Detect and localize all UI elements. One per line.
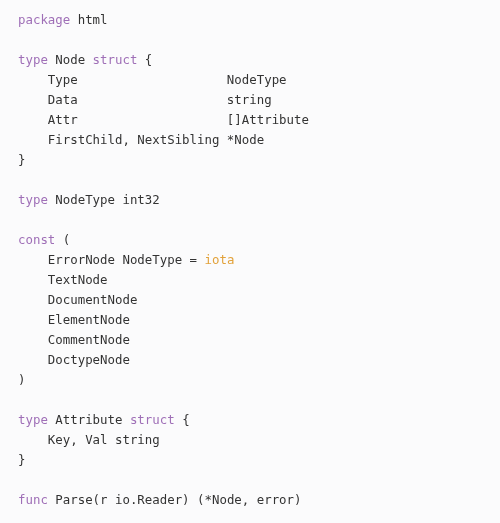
code-token: type xyxy=(18,52,48,67)
code-token: ) xyxy=(18,372,25,387)
code-token: Key, Val string xyxy=(18,432,160,447)
code-token: ( xyxy=(55,232,70,247)
code-token: DoctypeNode xyxy=(18,352,130,367)
code-token: CommentNode xyxy=(18,332,130,347)
code-token: func xyxy=(18,492,48,507)
code-token: } xyxy=(18,152,25,167)
code-block: package html type Node struct { Type Nod… xyxy=(0,0,500,520)
code-token: html xyxy=(70,12,107,27)
code-token: { xyxy=(137,52,152,67)
code-token: iota xyxy=(205,252,235,267)
code-token: FirstChild, NextSibling *Node xyxy=(18,132,264,147)
code-token: Attr []Attribute xyxy=(18,112,309,127)
code-token: type xyxy=(18,192,48,207)
code-token: type xyxy=(18,412,48,427)
code-token: struct xyxy=(130,412,175,427)
code-token: DocumentNode xyxy=(18,292,137,307)
code-token: struct xyxy=(93,52,138,67)
code-token: } xyxy=(18,452,25,467)
code-token: package xyxy=(18,12,70,27)
code-token: ErrorNode NodeType = xyxy=(18,252,205,267)
code-token: Type NodeType xyxy=(18,72,287,87)
code-token: NodeType int32 xyxy=(48,192,160,207)
code-token: Parse(r io.Reader) (*Node, error) xyxy=(48,492,302,507)
code-token: Data string xyxy=(18,92,272,107)
code-token: TextNode xyxy=(18,272,108,287)
code-token: { xyxy=(175,412,190,427)
code-token: Attribute xyxy=(48,412,130,427)
code-token: ElementNode xyxy=(18,312,130,327)
code-token: Node xyxy=(48,52,93,67)
code-token: const xyxy=(18,232,55,247)
